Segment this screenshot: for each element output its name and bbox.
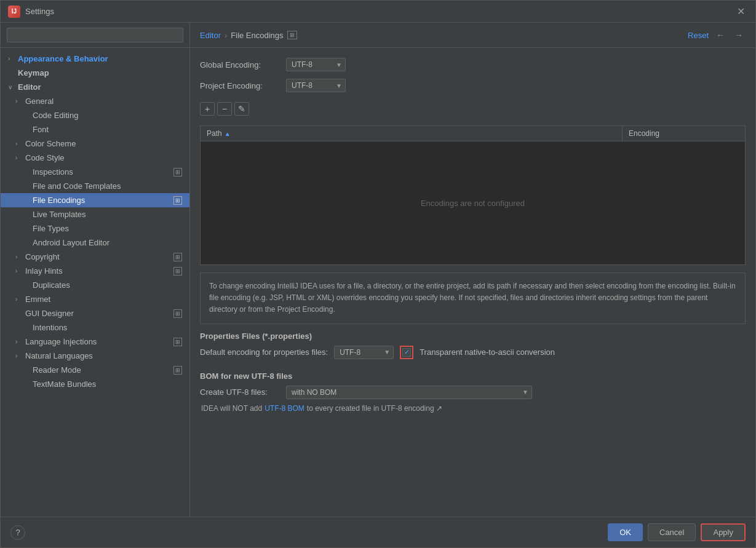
global-encoding-row: Global Encoding: UTF-8 ISO-8859-1 UTF-16…: [200, 58, 746, 71]
bom-section-title: BOM for new UTF-8 files: [200, 371, 746, 381]
sidebar-item-inspections[interactable]: Inspections ⊞: [1, 165, 189, 179]
reset-button[interactable]: Reset: [688, 31, 709, 40]
badge-icon: ⊞: [173, 267, 182, 276]
sidebar-item-file-encodings[interactable]: File Encodings ⊞: [1, 193, 189, 207]
default-encoding-row: Default encoding for properties files: U…: [200, 346, 746, 359]
properties-section-title: Properties Files (*.properties): [200, 332, 746, 341]
sidebar: › Appearance & Behavior Keymap ∨ Editor …: [1, 23, 190, 517]
global-encoding-select-wrap: UTF-8 ISO-8859-1 UTF-16 ▼: [286, 58, 346, 71]
footer: ? OK Cancel Apply: [1, 517, 755, 547]
info-box: To change encoding IntelliJ IDEA uses fo…: [200, 272, 746, 324]
app-icon: IJ: [8, 6, 20, 18]
default-encoding-props-label: Default encoding for properties files:: [200, 347, 328, 357]
footer-right: OK Cancel Apply: [608, 523, 746, 541]
breadcrumb-settings-icon[interactable]: ⊞: [287, 31, 297, 39]
properties-section: Properties Files (*.properties) Default …: [200, 332, 746, 359]
utf8-bom-link[interactable]: UTF-8 BOM: [265, 404, 304, 413]
header-right: Reset ← →: [688, 29, 746, 41]
ok-button[interactable]: OK: [608, 523, 643, 541]
sidebar-item-appearance[interactable]: › Appearance & Behavior: [1, 52, 189, 66]
sidebar-item-file-code-templates[interactable]: File and Code Templates: [1, 179, 189, 193]
transparent-conversion-checkbox[interactable]: [402, 348, 411, 357]
title-bar-left: IJ Settings: [8, 6, 54, 18]
dialog-title: Settings: [25, 7, 54, 16]
checkbox-row: [402, 348, 411, 357]
title-bar: IJ Settings ✕: [1, 1, 755, 23]
nav-back-button[interactable]: ←: [714, 29, 727, 41]
help-button[interactable]: ?: [10, 525, 25, 540]
global-encoding-label: Global Encoding:: [200, 60, 280, 69]
sidebar-item-keymap[interactable]: Keymap: [1, 66, 189, 80]
sort-arrow-icon: ▲: [225, 130, 231, 137]
sidebar-item-intentions[interactable]: Intentions: [1, 320, 189, 335]
badge-icon: ⊞: [173, 196, 182, 205]
sidebar-item-editor[interactable]: ∨ Editor: [1, 80, 189, 94]
col-path[interactable]: Path ▲: [201, 126, 622, 141]
content-header: Editor › File Encodings ⊞ Reset ← →: [190, 23, 755, 48]
breadcrumb-parent[interactable]: Editor: [200, 31, 221, 40]
bom-section: BOM for new UTF-8 files Create UTF-8 fil…: [200, 371, 746, 413]
table-empty-message: Encodings are not configured: [201, 141, 745, 264]
create-utf8-label: Create UTF-8 files:: [200, 387, 280, 397]
checkbox-highlight: [400, 346, 413, 359]
badge-icon: ⊞: [173, 253, 182, 261]
breadcrumb: Editor › File Encodings ⊞: [200, 31, 297, 40]
props-encoding-select[interactable]: UTF-8 ISO-8859-1: [334, 346, 394, 359]
search-box: [1, 23, 189, 48]
badge-icon: ⊞: [173, 366, 182, 375]
content-body: Global Encoding: UTF-8 ISO-8859-1 UTF-16…: [190, 48, 755, 517]
arrow-icon: ›: [8, 55, 15, 62]
apply-button[interactable]: Apply: [701, 523, 746, 541]
sidebar-item-reader-mode[interactable]: Reader Mode ⊞: [1, 363, 189, 377]
sidebar-item-copyright[interactable]: › Copyright ⊞: [1, 250, 189, 264]
bom-select[interactable]: with NO BOM with BOM: [286, 386, 532, 399]
sidebar-item-android-layout-editor[interactable]: Android Layout Editor: [1, 236, 189, 250]
sidebar-item-file-types[interactable]: File Types: [1, 221, 189, 236]
cancel-button[interactable]: Cancel: [648, 523, 696, 541]
project-encoding-select-wrap: UTF-8 ISO-8859-1 UTF-16 ▼: [286, 79, 346, 92]
sidebar-item-emmet[interactable]: › Emmet: [1, 292, 189, 306]
table-toolbar: + − ✎: [200, 100, 746, 118]
transparent-conversion-label: Transparent native-to-ascii conversion: [420, 347, 555, 357]
encodings-table: Path ▲ Encoding Encodings are not config…: [200, 125, 746, 265]
sidebar-item-general[interactable]: › General: [1, 94, 189, 108]
sidebar-item-code-style[interactable]: › Code Style: [1, 151, 189, 165]
sidebar-item-gui-designer[interactable]: GUI Designer ⊞: [1, 306, 189, 320]
sidebar-item-textmate-bundles[interactable]: TextMate Bundles: [1, 377, 189, 391]
sidebar-item-live-templates[interactable]: Live Templates: [1, 207, 189, 221]
nav-forward-button[interactable]: →: [732, 29, 746, 41]
bom-info-row: IDEA will NOT add UTF-8 BOM to every cre…: [200, 404, 746, 413]
badge-icon: ⊞: [173, 168, 182, 177]
sidebar-item-language-injections[interactable]: › Language Injections ⊞: [1, 335, 189, 349]
add-button[interactable]: +: [200, 102, 215, 116]
close-button[interactable]: ✕: [733, 4, 748, 19]
search-input[interactable]: [7, 28, 183, 42]
sidebar-item-duplicates[interactable]: Duplicates: [1, 278, 189, 292]
content-area: Editor › File Encodings ⊞ Reset ← → Glob…: [190, 23, 755, 517]
table-header: Path ▲ Encoding: [201, 126, 745, 141]
badge-icon: ⊞: [173, 338, 182, 346]
sidebar-item-code-editing[interactable]: Code Editing: [1, 108, 189, 122]
props-encoding-select-wrap: UTF-8 ISO-8859-1 ▼: [334, 346, 394, 359]
main-body: › Appearance & Behavior Keymap ∨ Editor …: [1, 23, 755, 517]
project-encoding-row: Project Encoding: UTF-8 ISO-8859-1 UTF-1…: [200, 79, 746, 92]
edit-button[interactable]: ✎: [234, 102, 249, 116]
breadcrumb-current: File Encodings: [231, 31, 283, 40]
settings-dialog: IJ Settings ✕ › Appearance & Behavior Ke…: [0, 0, 756, 548]
global-encoding-select[interactable]: UTF-8 ISO-8859-1 UTF-16: [286, 58, 346, 71]
sidebar-item-natural-languages[interactable]: › Natural Languages: [1, 349, 189, 363]
badge-icon: ⊞: [173, 309, 182, 318]
col-encoding[interactable]: Encoding: [622, 126, 745, 141]
sidebar-item-font[interactable]: Font: [1, 122, 189, 137]
footer-left: ?: [10, 525, 25, 540]
sidebar-item-inlay-hints[interactable]: › Inlay Hints ⊞: [1, 264, 189, 278]
project-encoding-label: Project Encoding:: [200, 81, 280, 90]
project-encoding-select[interactable]: UTF-8 ISO-8859-1 UTF-16: [286, 79, 346, 92]
remove-button[interactable]: −: [217, 102, 232, 116]
breadcrumb-sep: ›: [225, 31, 227, 40]
sidebar-tree: › Appearance & Behavior Keymap ∨ Editor …: [1, 48, 189, 517]
bom-select-wrap: with NO BOM with BOM ▼: [286, 386, 532, 399]
create-utf8-row: Create UTF-8 files: with NO BOM with BOM…: [200, 386, 746, 399]
sidebar-item-color-scheme[interactable]: › Color Scheme: [1, 137, 189, 151]
